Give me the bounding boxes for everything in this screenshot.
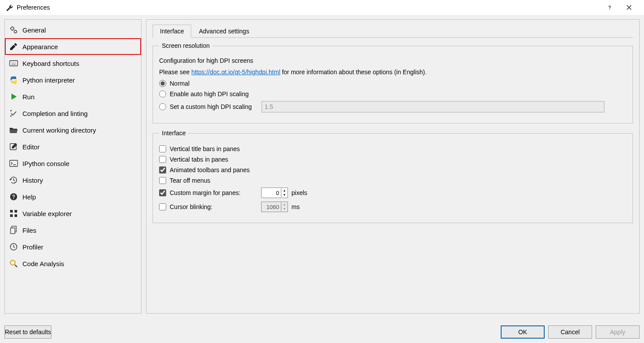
sidebar-item-label: IPython console <box>22 160 69 167</box>
cancel-button[interactable]: Cancel <box>548 325 592 339</box>
completion-icon <box>8 108 19 119</box>
check-cursor[interactable] <box>159 203 166 210</box>
sidebar-item-appearance[interactable]: Appearance <box>5 38 141 55</box>
clock-icon <box>8 242 19 252</box>
check-animated-row[interactable]: Animated toolbars and panes <box>159 166 626 173</box>
sidebar-item-editor[interactable]: Editor <box>5 138 141 155</box>
svg-point-0 <box>11 27 14 30</box>
sidebar-item-label: Editor <box>22 143 40 151</box>
folder-open-icon <box>8 125 19 135</box>
sidebar-item-general[interactable]: General <box>5 22 141 38</box>
sidebar-item-python[interactable]: Python interpreter <box>5 72 141 88</box>
radio-custom-label: Set a custom high DPI scaling <box>170 103 252 110</box>
svg-rect-2 <box>10 61 18 66</box>
radio-custom[interactable] <box>159 103 166 110</box>
sidebar-item-label: History <box>22 177 43 184</box>
check-vertical-title-label: Vertical title bars in panes <box>170 145 240 152</box>
dpi-doc-link[interactable]: https://doc.qt.io/qt-5/highdpi.html <box>191 69 280 76</box>
check-vertical-title-row[interactable]: Vertical title bars in panes <box>159 145 626 152</box>
dpi-see-line: Please see https://doc.qt.io/qt-5/highdp… <box>159 69 626 76</box>
radio-custom-row[interactable]: Set a custom high DPI scaling <box>159 101 626 112</box>
footer: Reset to defaults OK Cancel Apply <box>4 325 640 339</box>
sidebar-item-cwd[interactable]: Current working directory <box>5 122 141 138</box>
close-button[interactable] <box>619 0 639 15</box>
tab-advanced[interactable]: Advanced settings <box>191 25 256 38</box>
sidebar-item-label: General <box>22 26 46 34</box>
sidebar-item-label: Code Analysis <box>22 260 64 267</box>
sidebar-item-files[interactable]: Files <box>5 222 141 238</box>
check-animated[interactable] <box>159 166 166 173</box>
play-icon <box>8 91 19 102</box>
spin-down-icon[interactable]: ▼ <box>281 207 287 211</box>
check-margin-label: Custom margin for panes: <box>170 189 258 196</box>
ms-label: ms <box>291 203 300 210</box>
check-margin-row: Custom margin for panes: ▲▼ pixels <box>159 188 626 198</box>
legend-interface: Interface <box>159 130 188 137</box>
check-cursor-label: Cursor blinking: <box>170 203 258 210</box>
svg-rect-6 <box>10 160 18 166</box>
sidebar-item-code-analysis[interactable]: Code Analysis <box>5 255 141 272</box>
sidebar-item-help[interactable]: Help <box>5 188 141 205</box>
group-screen-resolution: Screen resolution Configuration for high… <box>153 42 633 123</box>
check-vertical-tabs-row[interactable]: Vertical tabs in panes <box>159 156 626 163</box>
main-panel: Interface Advanced settings Screen resol… <box>146 19 640 314</box>
spin-down-icon[interactable]: ▼ <box>281 193 287 197</box>
cursor-value[interactable] <box>262 204 281 210</box>
sidebar-item-run[interactable]: Run <box>5 88 141 105</box>
sidebar-item-label: Current working directory <box>22 126 96 134</box>
sidebar-item-label: Help <box>22 193 36 201</box>
sidebar-item-label: Run <box>22 93 35 101</box>
see-prefix: Please see <box>159 69 191 76</box>
cursor-spinbox[interactable]: ▲▼ <box>261 202 288 212</box>
svg-rect-11 <box>15 214 17 217</box>
sidebar-item-label: Keyboard shortcuts <box>22 60 79 67</box>
sidebar-item-label: Appearance <box>22 43 58 51</box>
sidebar-item-label: Completion and linting <box>22 110 87 117</box>
radio-normal-label: Normal <box>170 80 189 87</box>
svg-rect-9 <box>15 210 17 213</box>
eyedropper-icon <box>8 41 19 52</box>
tab-interface[interactable]: Interface <box>153 25 191 38</box>
svg-rect-8 <box>10 210 13 213</box>
legend-screen-resolution: Screen resolution <box>159 42 212 49</box>
check-vertical-tabs[interactable] <box>159 156 166 163</box>
help-icon <box>8 191 19 202</box>
radio-normal-row[interactable]: Normal <box>159 80 626 87</box>
sidebar-item-ipython[interactable]: IPython console <box>5 155 141 172</box>
edit-icon <box>8 141 19 152</box>
check-tearoff-row[interactable]: Tear off menus <box>159 177 626 184</box>
sidebar-item-profiler[interactable]: Profiler <box>5 238 141 255</box>
ok-button[interactable]: OK <box>501 325 545 339</box>
group-interface: Interface Vertical title bars in panes V… <box>153 130 633 223</box>
spin-up-icon[interactable]: ▲ <box>281 188 287 193</box>
check-animated-label: Animated toolbars and panes <box>170 166 250 173</box>
sidebar-item-keyboard[interactable]: Keyboard shortcuts <box>5 55 141 72</box>
check-vertical-tabs-label: Vertical tabs in panes <box>170 156 228 163</box>
sidebar-item-history[interactable]: History <box>5 172 141 188</box>
wrench-icon <box>5 4 13 11</box>
grid-icon <box>8 208 19 219</box>
radio-normal[interactable] <box>159 80 166 87</box>
help-button[interactable] <box>600 0 619 15</box>
tab-bar: Interface Advanced settings <box>153 24 633 38</box>
margin-value[interactable] <box>262 190 281 196</box>
sidebar-item-completion[interactable]: Completion and linting <box>5 105 141 122</box>
check-vertical-title[interactable] <box>159 145 166 152</box>
reset-button[interactable]: Reset to defaults <box>4 325 51 339</box>
margin-spinbox[interactable]: ▲▼ <box>261 188 288 198</box>
spin-up-icon[interactable]: ▲ <box>281 202 287 207</box>
gears-icon <box>8 25 19 35</box>
sidebar-item-variable-explorer[interactable]: Variable explorer <box>5 205 141 222</box>
check-tearoff[interactable] <box>159 177 166 184</box>
check-margin[interactable] <box>159 189 166 196</box>
custom-dpi-input[interactable] <box>262 101 604 112</box>
svg-rect-13 <box>11 228 15 234</box>
apply-button[interactable]: Apply <box>596 325 640 339</box>
dpi-subtitle: Configuration for high DPI screens <box>159 57 626 64</box>
radio-auto[interactable] <box>159 90 166 97</box>
radio-auto-row[interactable]: Enable auto high DPI scaling <box>159 90 626 97</box>
radio-auto-label: Enable auto high DPI scaling <box>170 90 249 97</box>
sidebar-item-label: Files <box>22 227 36 234</box>
keyboard-icon <box>8 58 19 69</box>
history-icon <box>8 175 19 185</box>
